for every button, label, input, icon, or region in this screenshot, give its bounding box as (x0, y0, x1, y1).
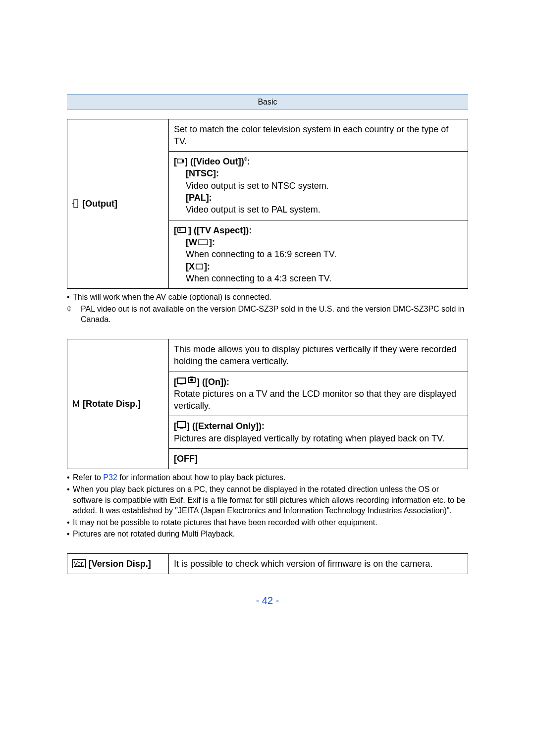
rotate-intro-cell: This mode allows you to display pictures… (169, 339, 468, 372)
x-label: [X (186, 262, 195, 271)
rotate-notes: •Refer to P32 for information about how … (67, 472, 468, 540)
svg-rect-0 (74, 200, 78, 208)
output-intro-cell: Set to match the color television system… (169, 119, 468, 152)
link-p32[interactable]: P32 (103, 473, 117, 482)
x-text: When connecting to a 4:3 screen TV. (174, 272, 463, 284)
section-title: Basic (258, 98, 277, 106)
tv-aspect-cell: [] ([TV Aspect]): [W]: When connecting t… (169, 220, 468, 288)
rotate-prefix: M (72, 398, 80, 410)
section-header: Basic (67, 94, 468, 110)
rotate-table: M [Rotate Disp.] This mode allows you to… (67, 339, 468, 469)
rotate-ext-text: Pictures are displayed vertically by rot… (174, 432, 463, 444)
version-text-cell: It is possible to check which version of… (169, 553, 468, 574)
standard-icon (196, 264, 203, 270)
svg-rect-16 (190, 377, 193, 378)
tv-aspect-heading: ] ([TV Aspect]): (188, 225, 252, 235)
note-p32: Refer to P32 for information about how t… (73, 472, 286, 483)
output-left-cell: [Output] (67, 119, 169, 289)
tv-aspect-icon (177, 226, 187, 233)
version-icon: Ver. (72, 559, 86, 568)
output-intro: Set to match the color television system… (174, 124, 448, 146)
video-out-cell: [] ([Video Out])¢: [NTSC]: Video output … (169, 152, 468, 220)
rotate-label: [Rotate Disp.] (83, 398, 141, 410)
output-table: [Output] Set to match the color televisi… (67, 119, 468, 289)
version-table: Ver. [Version Disp.] It is possible to c… (67, 553, 468, 574)
output-icon (72, 199, 79, 208)
video-out-icon (177, 158, 185, 164)
svg-rect-2 (177, 159, 182, 163)
rotate-on-cell: [ ] ([On]): Rotate pictures on a TV and … (169, 372, 468, 416)
rotate-left-cell: M [Rotate Disp.] (67, 339, 169, 469)
rotate-on-icon (177, 376, 197, 385)
pal-label: [PAL]: (174, 192, 463, 204)
page-number: - 42 - (0, 594, 535, 607)
w-suffix: ]: (209, 237, 215, 247)
note-p32-b: for information about how to play back p… (117, 473, 286, 482)
version-icon-text: Ver. (74, 560, 84, 568)
svg-marker-3 (182, 159, 184, 163)
rotate-ext-cell: [] ([External Only]): Pictures are displ… (169, 416, 468, 449)
version-text: It is possible to check which version of… (174, 559, 432, 569)
svg-point-15 (190, 378, 193, 381)
x-suffix: ]: (204, 262, 210, 271)
rotate-off-cell: [OFF] (169, 449, 468, 469)
output-label: [Output] (82, 198, 117, 210)
ntsc-text: Video output is set to NTSC system. (174, 180, 463, 192)
version-label: [Version Disp.] (89, 558, 151, 570)
note-pc: When you play back pictures on a PC, the… (73, 484, 468, 516)
note-p32-a: Refer to (73, 473, 103, 482)
rotate-ext-heading: ] ([External Only]): (187, 421, 265, 431)
pal-text: Video output is set to PAL system. (174, 204, 463, 216)
rotate-intro: This mode allows you to display pictures… (174, 344, 456, 366)
rotate-on-heading: ] ([On]): (197, 377, 229, 387)
note-star: ¢ (67, 304, 81, 325)
note-pal: PAL video out is not available on the ve… (81, 304, 468, 325)
note-multi: Pictures are not rotated during Multi Pl… (73, 529, 235, 540)
video-out-heading: ] ([Video Out]) (185, 157, 244, 166)
svg-rect-17 (177, 422, 186, 428)
output-notes: •This will work when the AV cable (optio… (67, 292, 468, 325)
svg-rect-10 (196, 264, 203, 269)
version-left-cell: Ver. [Version Disp.] (67, 553, 169, 574)
svg-rect-9 (199, 240, 208, 245)
wide-icon (198, 239, 208, 245)
svg-rect-12 (180, 383, 183, 384)
ntsc-label: [NTSC]: (174, 167, 463, 179)
svg-rect-11 (177, 378, 185, 383)
note-av: This will work when the AV cable (option… (73, 292, 271, 303)
rotate-on-text: Rotate pictures on a TV and the LCD moni… (174, 388, 463, 412)
note-other: It may not be possible to rotate picture… (73, 517, 377, 528)
svg-rect-18 (180, 428, 183, 429)
rotate-ext-icon (177, 420, 187, 429)
w-text: When connecting to a 16:9 screen TV. (174, 248, 463, 260)
w-label: [W (186, 237, 197, 247)
rotate-off: [OFF] (174, 454, 198, 464)
